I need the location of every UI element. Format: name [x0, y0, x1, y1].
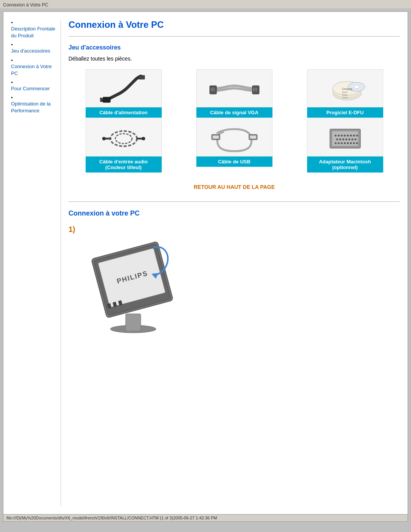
svg-text:Compaq: Compaq [342, 88, 352, 91]
svg-point-38 [353, 134, 355, 136]
audio-image [86, 118, 162, 157]
svg-point-23 [102, 137, 105, 140]
svg-point-52 [350, 142, 352, 144]
accessories-grid: Câble d'alimentation [68, 69, 400, 173]
accessory-cable-alimentation: Câble d'alimentation [68, 69, 178, 118]
svg-text:Quick: Quick [342, 91, 347, 93]
title-bar: Connexion à Votre PC [0, 2, 411, 8]
page-wrapper: • Description Frontale du Produit • Jeu … [3, 11, 408, 522]
accessory-adapter: Adaptateur Macintosh (optionnel) [290, 118, 400, 173]
retour-link-container: RETOUR AU HAUT DE LA PAGE [68, 184, 400, 190]
adapter-svg [319, 121, 372, 154]
svg-point-50 [344, 142, 346, 144]
page-title-bar: Connexion à Votre PC [3, 2, 48, 8]
svg-rect-3 [210, 86, 217, 94]
top-divider [68, 36, 400, 37]
sidebar-link-description[interactable]: Description Frontale du Produit [11, 26, 57, 39]
status-bar: file:///D|/My%20Documents/dfu/X6_model/f… [3, 514, 408, 521]
svg-point-32 [335, 134, 336, 136]
connection-section-title: Connexion à votre PC [68, 209, 400, 217]
main-content: Connexion à Votre PC Jeu d'accessoires D… [61, 19, 400, 506]
intro-text: Déballez toutes les pièces. [68, 56, 400, 62]
svg-point-15 [354, 85, 359, 88]
status-bar-text: file:///D|/My%20Documents/dfu/X6_model/f… [6, 516, 217, 520]
svg-point-48 [338, 142, 339, 144]
sidebar-item-description[interactable]: • Description Frontale du Produit [11, 19, 57, 39]
svg-point-36 [347, 134, 349, 136]
adapter-image [307, 118, 383, 157]
svg-point-51 [347, 142, 349, 144]
audio-label: Câble d'entrée audio (Couleur tilleul) [86, 157, 162, 173]
page-main-title: Connexion à Votre PC [68, 19, 400, 30]
svg-point-21 [115, 134, 132, 144]
svg-point-25 [142, 137, 145, 140]
accessory-cable-vga: Câble de signal VGA [179, 69, 289, 118]
svg-text:Guide: Guide [342, 96, 348, 99]
usb-image [196, 118, 272, 157]
audio-svg [97, 121, 150, 154]
svg-rect-56 [126, 314, 141, 331]
sidebar-link-performance[interactable]: Optimisation de la Performance [11, 101, 57, 114]
content-area: • Description Frontale du Produit • Jeu … [3, 12, 408, 514]
monitor-svg: PHILIPS [80, 238, 186, 337]
cable-alimentation-svg [97, 72, 150, 105]
sidebar-item-connexion[interactable]: • Connexion à Votre PC [11, 57, 57, 77]
accessory-software: Compaq Quick Setup Guide Progiciel E-DFU [290, 69, 400, 118]
accessory-audio: Câble d'entrée audio (Couleur tilleul) [68, 118, 178, 173]
cable-vga-label: Câble de signal VGA [196, 107, 272, 118]
cable-vga-svg [208, 72, 261, 105]
svg-text:Setup: Setup [342, 94, 347, 96]
svg-point-49 [341, 142, 342, 144]
cable-alimentation-image [86, 69, 162, 107]
svg-point-41 [339, 138, 341, 140]
usb-label: Câble de USB [196, 157, 272, 167]
svg-line-1 [100, 98, 103, 100]
sidebar-link-accessories[interactable]: Jeu d'accessoires [11, 48, 57, 54]
sidebar: • Description Frontale du Produit • Jeu … [11, 19, 61, 506]
svg-point-45 [351, 138, 353, 140]
cable-vga-image [196, 69, 272, 107]
sidebar-link-commencer[interactable]: Pour Commencer [11, 85, 57, 92]
svg-point-42 [342, 138, 344, 140]
retour-link[interactable]: RETOUR AU HAUT DE LA PAGE [194, 184, 275, 190]
svg-point-47 [335, 142, 336, 144]
svg-point-43 [345, 138, 347, 140]
svg-point-39 [356, 134, 358, 136]
svg-point-54 [356, 142, 358, 144]
svg-point-46 [354, 138, 356, 140]
svg-point-33 [338, 134, 339, 136]
svg-point-35 [344, 134, 346, 136]
step-number: 1) [68, 225, 400, 234]
accessory-usb: Câble de USB [179, 118, 289, 173]
svg-point-44 [348, 138, 350, 140]
sidebar-link-connexion[interactable]: Connexion à Votre PC [11, 63, 57, 77]
sidebar-item-accessories[interactable]: • Jeu d'accessoires [11, 42, 57, 54]
sidebar-item-commencer[interactable]: • Pour Commencer [11, 79, 57, 92]
software-label: Progiciel E-DFU [307, 107, 383, 118]
monitor-illustration: PHILIPS [80, 238, 186, 337]
software-image: Compaq Quick Setup Guide [307, 69, 383, 107]
svg-rect-0 [103, 97, 110, 102]
svg-point-34 [341, 134, 342, 136]
accessories-section-title: Jeu d'accessoires [68, 44, 400, 51]
svg-rect-27 [213, 136, 219, 139]
software-svg: Compaq Quick Setup Guide [315, 72, 376, 105]
middle-divider [68, 201, 400, 202]
adapter-label: Adaptateur Macintosh (optionnel) [307, 157, 383, 173]
browser-chrome: Connexion à Votre PC [0, 0, 411, 8]
cable-alimentation-label: Câble d'alimentation [86, 107, 162, 118]
usb-svg [208, 121, 261, 154]
sidebar-item-performance[interactable]: • Optimisation de la Performance [11, 94, 57, 114]
svg-point-37 [350, 134, 352, 136]
svg-rect-29 [250, 136, 256, 139]
svg-point-53 [353, 142, 355, 144]
svg-point-40 [336, 138, 338, 140]
